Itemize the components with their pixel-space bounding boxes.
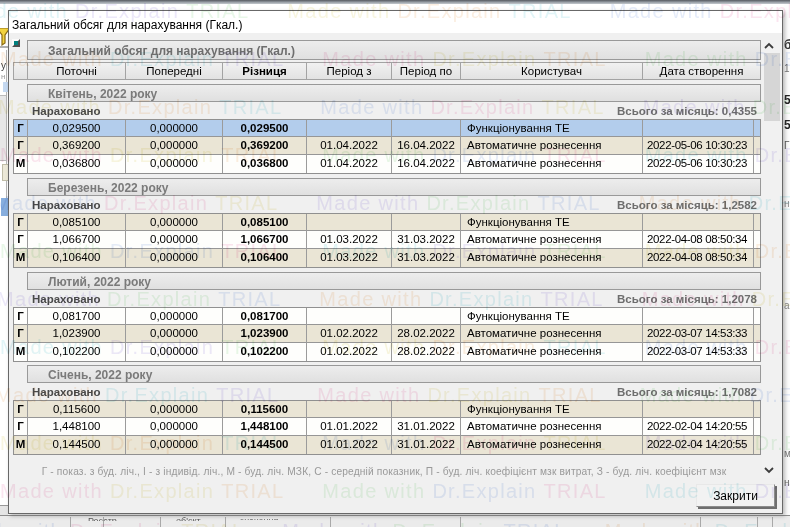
- table-cell[interactable]: 28.02.2022: [392, 343, 461, 361]
- table-cell[interactable]: Г: [14, 401, 28, 419]
- table-cell[interactable]: 1,066700: [223, 231, 307, 249]
- table-cell[interactable]: 0,081700: [223, 308, 307, 326]
- table-row[interactable]: М0,1064000,0000000,10640001.03.202231.03…: [14, 249, 760, 267]
- table-cell[interactable]: 0,115600: [28, 401, 126, 419]
- table-cell[interactable]: Г: [14, 120, 28, 138]
- table-cell[interactable]: Функціонування ТЕ: [461, 308, 643, 326]
- table-cell[interactable]: [754, 343, 760, 361]
- table-header-cell[interactable]: Поточні: [27, 62, 126, 80]
- table-row[interactable]: Г1,0667000,0000001,06670001.03.202231.03…: [14, 231, 760, 249]
- table-row[interactable]: Г1,4481000,0000001,44810001.01.202231.01…: [14, 418, 760, 436]
- table-cell[interactable]: Функціонування ТЕ: [461, 214, 643, 232]
- table-cell[interactable]: 0,106400: [223, 249, 307, 267]
- table-header-cell[interactable]: Різниця: [222, 62, 307, 80]
- table-cell[interactable]: Функціонування ТЕ: [461, 120, 643, 138]
- table-cell[interactable]: 0,000000: [126, 401, 223, 419]
- table-cell[interactable]: М: [14, 249, 28, 267]
- table-row[interactable]: Г0,1156000,0000000,115600Функціонування …: [14, 401, 760, 419]
- table-cell[interactable]: 01.01.2022: [307, 418, 392, 436]
- table-cell[interactable]: 2022-04-08 08:50:34: [643, 249, 754, 267]
- table-cell[interactable]: [307, 120, 392, 138]
- table-cell[interactable]: 2022-02-04 14:20:55: [643, 436, 754, 454]
- table-cell[interactable]: 31.01.2022: [392, 436, 461, 454]
- table-cell[interactable]: [392, 308, 461, 326]
- table-header-cell[interactable]: Період по: [391, 62, 461, 80]
- table-cell[interactable]: 28.02.2022: [392, 325, 461, 343]
- table-cell[interactable]: [754, 325, 760, 343]
- table-cell[interactable]: [754, 155, 760, 173]
- table-cell[interactable]: 0,085100: [223, 214, 307, 232]
- table-cell[interactable]: 0,144500: [223, 436, 307, 454]
- table-cell[interactable]: [754, 231, 760, 249]
- table-cell[interactable]: [754, 120, 760, 138]
- table-cell[interactable]: 01.04.2022: [307, 137, 392, 155]
- table-cell[interactable]: 0,369200: [223, 137, 307, 155]
- table-cell[interactable]: 0,115600: [223, 401, 307, 419]
- table-cell[interactable]: [392, 401, 461, 419]
- table-cell[interactable]: 1,023900: [223, 325, 307, 343]
- table-cell[interactable]: Г: [14, 308, 28, 326]
- table-cell[interactable]: 1,448100: [223, 418, 307, 436]
- table-cell[interactable]: 31.03.2022: [392, 231, 461, 249]
- table-cell[interactable]: Автоматичне рознесення: [461, 249, 643, 267]
- table-cell[interactable]: [754, 418, 760, 436]
- table-cell[interactable]: [754, 436, 760, 454]
- table-cell[interactable]: Г: [14, 214, 28, 232]
- table-cell[interactable]: 16.04.2022: [392, 155, 461, 173]
- table-cell[interactable]: 0,000000: [126, 214, 223, 232]
- table-cell[interactable]: Автоматичне рознесення: [461, 436, 643, 454]
- table-cell[interactable]: 0,000000: [126, 231, 223, 249]
- table-cell[interactable]: 31.03.2022: [392, 249, 461, 267]
- table-cell[interactable]: 0,000000: [126, 343, 223, 361]
- table-header-cell[interactable]: Попередні: [125, 62, 223, 80]
- table-cell[interactable]: 0,000000: [126, 308, 223, 326]
- table-cell[interactable]: Г: [14, 231, 28, 249]
- vertical-scrollbar[interactable]: [762, 40, 782, 478]
- close-button[interactable]: Закрити: [696, 484, 775, 507]
- table-cell[interactable]: 0,000000: [126, 155, 223, 173]
- scroll-down-icon[interactable]: [762, 464, 776, 476]
- table-cell[interactable]: [307, 214, 392, 232]
- table-cell[interactable]: [754, 214, 760, 232]
- table-cell[interactable]: 01.02.2022: [307, 325, 392, 343]
- table-header-cell[interactable]: Користувач: [460, 62, 643, 80]
- table-cell[interactable]: [754, 137, 760, 155]
- table-row[interactable]: Г1,0239000,0000001,02390001.02.202228.02…: [14, 325, 760, 343]
- table-cell[interactable]: Автоматичне рознесення: [461, 343, 643, 361]
- table-cell[interactable]: [643, 401, 754, 419]
- table-row[interactable]: Г0,3692000,0000000,36920001.04.202216.04…: [14, 137, 760, 155]
- table-cell[interactable]: Функціонування ТЕ: [461, 401, 643, 419]
- table-cell[interactable]: 31.01.2022: [392, 418, 461, 436]
- table-cell[interactable]: 01.03.2022: [307, 231, 392, 249]
- table-cell[interactable]: 01.03.2022: [307, 249, 392, 267]
- table-cell[interactable]: 01.04.2022: [307, 155, 392, 173]
- month-group-band[interactable]: Квітень, 2022 року: [27, 84, 761, 102]
- table-row[interactable]: Г0,0295000,0000000,029500Функціонування …: [14, 120, 760, 138]
- table-row[interactable]: М0,0368000,0000000,03680001.04.202216.04…: [14, 155, 760, 173]
- table-cell[interactable]: [307, 308, 392, 326]
- table-cell[interactable]: 0,000000: [126, 249, 223, 267]
- table-cell[interactable]: 0,085100: [28, 214, 126, 232]
- table-cell[interactable]: 2022-05-06 10:30:23: [643, 155, 754, 173]
- table-cell[interactable]: [754, 249, 760, 267]
- table-cell[interactable]: Автоматичне рознесення: [461, 137, 643, 155]
- table-cell[interactable]: Г: [14, 325, 28, 343]
- table-cell[interactable]: Г: [14, 137, 28, 155]
- table-cell[interactable]: Автоматичне рознесення: [461, 155, 643, 173]
- table-cell[interactable]: 1,448100: [28, 418, 126, 436]
- table-cell[interactable]: 2022-03-07 14:53:33: [643, 325, 754, 343]
- table-cell[interactable]: 01.02.2022: [307, 343, 392, 361]
- table-cell[interactable]: 2022-03-07 14:53:33: [643, 343, 754, 361]
- table-cell[interactable]: [643, 120, 754, 138]
- table-row[interactable]: Г0,0851000,0000000,085100Функціонування …: [14, 214, 760, 232]
- dialog-titlebar[interactable]: Загальний обсяг для нарахування (Гкал.): [9, 11, 782, 33]
- table-cell[interactable]: [392, 214, 461, 232]
- table-cell[interactable]: 0,106400: [28, 249, 126, 267]
- table-cell[interactable]: 0,000000: [126, 436, 223, 454]
- table-header-cell[interactable]: Дата створення: [642, 62, 761, 80]
- table-header-cell[interactable]: Період з: [306, 62, 392, 80]
- table-cell[interactable]: М: [14, 155, 28, 173]
- table-cell[interactable]: [754, 401, 760, 419]
- table-cell[interactable]: [643, 214, 754, 232]
- table-cell[interactable]: 0,102200: [223, 343, 307, 361]
